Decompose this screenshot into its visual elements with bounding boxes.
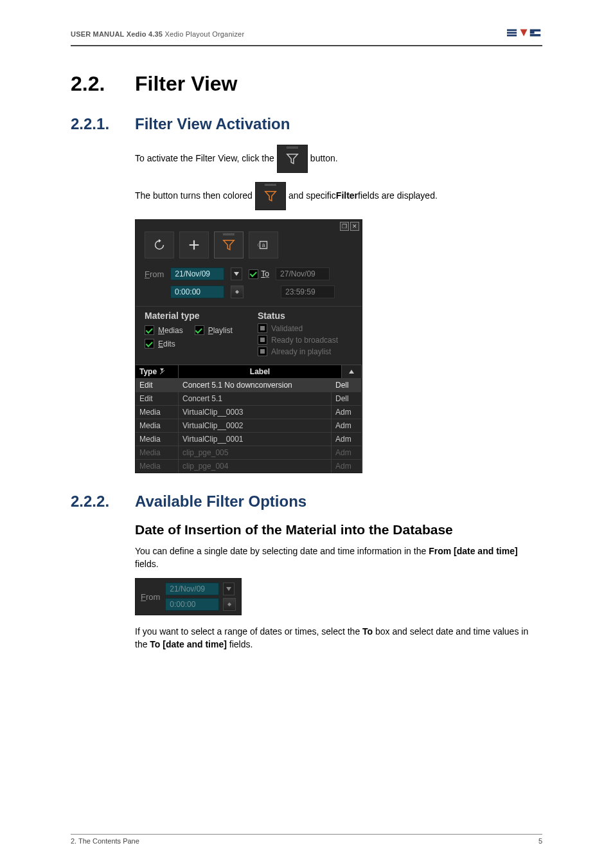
- mini-from-label: From: [141, 592, 160, 602]
- toolbar-refresh-button[interactable]: [145, 231, 174, 258]
- colored-text-post-b: Filter: [336, 190, 358, 203]
- svg-rect-1: [507, 32, 517, 34]
- mini-from-time-spinner[interactable]: [223, 598, 236, 611]
- grid-header: Type Label: [136, 365, 362, 378]
- svg-marker-15: [349, 370, 354, 374]
- to-date-value: 27/Nov/09: [276, 267, 330, 280]
- h3a-number: 2.2.1.: [71, 115, 135, 133]
- cell-type: Media: [136, 460, 179, 473]
- material-type-column: Material type Medias Playlist Ed: [136, 307, 249, 365]
- table-row[interactable]: MediaVirtualClip__0002Adm: [136, 419, 362, 432]
- already-checkbox[interactable]: [258, 347, 267, 356]
- footer-left: 2. The Contents Pane: [71, 837, 139, 845]
- svg-marker-18: [227, 604, 231, 606]
- footer-right: 5: [538, 837, 542, 845]
- from-label: From: [145, 269, 164, 279]
- filter-panel: ❐ ✕ a From 21/Nov/09: [135, 219, 362, 473]
- cell-label: VirtualClip__0001: [179, 433, 332, 446]
- toolbar-filter-button[interactable]: [214, 231, 244, 258]
- h3b-title: Available Filter Options: [135, 493, 306, 511]
- mini-from-time[interactable]: 0:00:00: [165, 598, 219, 611]
- grid-head-type[interactable]: Type: [136, 365, 179, 378]
- to-time-value: 23:59:59: [281, 285, 335, 298]
- from-date-input[interactable]: 21/Nov/09: [170, 267, 224, 280]
- ready-checkbox[interactable]: [258, 335, 267, 345]
- filter-button-gray[interactable]: [277, 145, 308, 173]
- manual-name: USER MANUAL: [71, 30, 124, 38]
- playlist-checkbox[interactable]: [195, 325, 204, 335]
- medias-label: Medias: [158, 326, 183, 335]
- table-row[interactable]: Mediaclip_pge_004Adm: [136, 459, 362, 473]
- status-column: Status Validated Ready to broadcast Alre…: [249, 307, 362, 365]
- cell-type: Media: [136, 419, 179, 432]
- edits-checkbox[interactable]: [145, 339, 154, 348]
- svg-rect-4: [530, 30, 541, 32]
- playlist-label: Playlist: [208, 326, 233, 335]
- h4a-title: Date of Insertion of the Material into t…: [135, 522, 542, 538]
- cell-last: Adm: [332, 446, 362, 459]
- toolbar-text-button[interactable]: a: [249, 231, 278, 258]
- svg-rect-6: [530, 34, 541, 36]
- header-rule: [71, 45, 542, 46]
- mini-from-date[interactable]: 21/Nov/09: [165, 583, 219, 595]
- toolbar-add-button[interactable]: [179, 231, 209, 258]
- from-time-input[interactable]: 0:00:00: [170, 285, 224, 298]
- activate-text-pre: To activate the Filter View, click the: [135, 152, 274, 165]
- cell-last: Dell: [332, 392, 362, 405]
- already-label: Already in playlist: [271, 347, 331, 356]
- cell-type: Media: [136, 433, 179, 446]
- cell-label: Concert 5.1: [179, 392, 332, 405]
- cell-last: Adm: [332, 433, 362, 446]
- cell-type: Media: [136, 406, 179, 419]
- cell-type: Edit: [136, 392, 179, 405]
- table-row[interactable]: MediaVirtualClip__0001Adm: [136, 432, 362, 446]
- validated-label: Validated: [271, 324, 303, 333]
- medias-checkbox[interactable]: [145, 325, 154, 335]
- from-time-spinner[interactable]: [231, 285, 244, 298]
- to-label: To: [261, 269, 269, 278]
- svg-marker-13: [160, 368, 164, 371]
- table-row[interactable]: MediaVirtualClip__0003Adm: [136, 405, 362, 419]
- svg-marker-9: [234, 272, 239, 276]
- h3b-number: 2.2.2.: [71, 493, 135, 511]
- h3a-title: Filter View Activation: [135, 115, 290, 133]
- svg-rect-5: [530, 32, 535, 33]
- evs-logo: [507, 26, 542, 42]
- mini-from-date-dropdown[interactable]: [223, 583, 235, 595]
- sort-icon: [159, 368, 164, 375]
- panel-restore-icon[interactable]: ❐: [340, 222, 349, 231]
- status-title: Status: [258, 311, 355, 321]
- cell-last: Adm: [332, 419, 362, 432]
- grid-head-label[interactable]: Label: [179, 365, 342, 378]
- table-row[interactable]: EditConcert 5.1 No downconversionDell: [136, 378, 362, 392]
- svg-text:a: a: [262, 242, 265, 248]
- svg-rect-2: [507, 35, 517, 37]
- validated-checkbox[interactable]: [258, 323, 267, 333]
- table-row[interactable]: EditConcert 5.1Dell: [136, 392, 362, 405]
- filter-button-orange[interactable]: [255, 182, 286, 210]
- grid-head-sort[interactable]: [342, 365, 362, 378]
- cell-label: clip_pge_005: [179, 446, 332, 459]
- table-row[interactable]: Mediaclip_pge_005Adm: [136, 446, 362, 459]
- panel-close-icon[interactable]: ✕: [350, 222, 359, 231]
- svg-marker-3: [520, 30, 528, 37]
- svg-marker-7: [159, 239, 161, 243]
- cell-last: Dell: [332, 379, 362, 392]
- product-name: Xedio 4.35: [127, 30, 163, 38]
- colored-text-post-a: and specific: [289, 190, 336, 203]
- from-mini-panel: From 21/Nov/09 0:00:00: [135, 578, 242, 615]
- ready-label: Ready to broadcast: [271, 336, 338, 345]
- date-range-text: If you want to select a range of dates o…: [135, 626, 542, 651]
- material-type-title: Material type: [145, 311, 242, 321]
- colored-text-pre: The button turns then colored: [135, 190, 253, 203]
- svg-marker-16: [226, 587, 231, 591]
- date-single-text: You can define a single date by selectin…: [135, 545, 542, 570]
- cell-label: Concert 5.1 No downconversion: [179, 379, 332, 392]
- h2-title: Filter View: [135, 72, 237, 96]
- colored-text-post-c: fields are displayed.: [358, 190, 438, 203]
- from-date-dropdown[interactable]: [231, 267, 242, 280]
- to-checkbox[interactable]: [249, 269, 258, 279]
- cell-last: Adm: [332, 406, 362, 419]
- svg-rect-0: [507, 30, 517, 32]
- cell-type: Edit: [136, 379, 179, 392]
